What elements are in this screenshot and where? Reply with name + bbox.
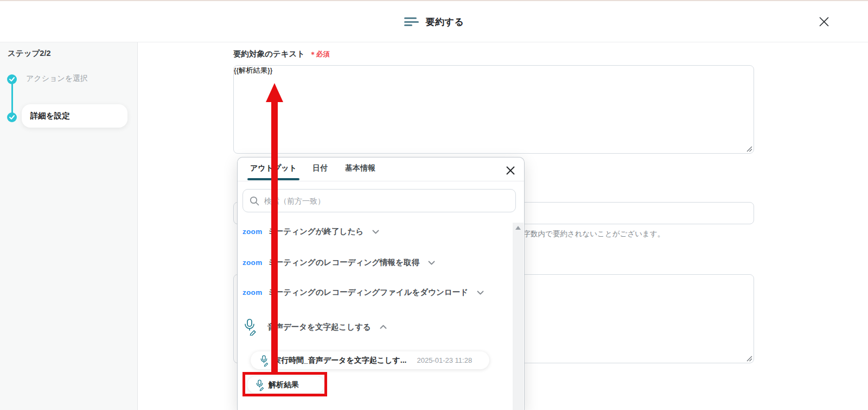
popup-tabs: アウトプット 日付 基本情報 — [238, 157, 524, 181]
summarize-icon — [404, 17, 419, 26]
summary-target-label: 要約対象のテキスト — [233, 49, 305, 59]
field-label-row: 要約対象のテキスト ＊必須 — [233, 49, 330, 59]
chevron-down-icon — [477, 291, 484, 295]
chevron-down-icon — [428, 261, 435, 265]
dialog-title-wrap: 要約する — [0, 1, 868, 42]
step-indicator: ステップ2/2 — [8, 48, 51, 59]
close-icon — [818, 16, 830, 28]
output-search-input[interactable] — [264, 197, 509, 205]
chevron-down-icon — [372, 230, 379, 234]
step-sidebar: ステップ2/2 アクションを選択 詳細を設定 — [0, 42, 138, 410]
mic-pencil-icon — [259, 355, 269, 367]
tab-outputs[interactable]: アウトプット — [250, 163, 297, 173]
popup-scrollbar[interactable] — [513, 223, 524, 410]
tab-date[interactable]: 日付 — [312, 163, 328, 173]
sidebar-step-configure-details[interactable]: 詳細を設定 — [22, 104, 127, 128]
search-icon — [250, 196, 259, 206]
output-group-label: ミーティングのレコーディング情報を取得 — [267, 257, 419, 268]
output-item-analysis-result[interactable]: 解析結果 — [247, 376, 324, 393]
close-icon — [506, 166, 515, 175]
zoom-logo: zoom — [242, 258, 260, 267]
chevron-up-icon — [380, 325, 387, 329]
output-group-recording-info[interactable]: zoom ミーティングのレコーディング情報を取得 — [242, 257, 435, 268]
resize-handle[interactable] — [746, 146, 752, 152]
output-group-transcribe-audio[interactable]: 音声データを文字起こしする — [242, 318, 387, 336]
dialog-close-button[interactable] — [818, 15, 831, 28]
summary-target-wrap: {{解析結果}} — [233, 65, 754, 154]
step-check-icon — [7, 112, 17, 122]
output-group-label: 音声データを文字起こしする — [267, 322, 371, 332]
zoom-logo: zoom — [242, 288, 260, 297]
step-connector — [11, 84, 13, 113]
active-tab-underline — [247, 178, 299, 180]
dialog-header: 要約する — [0, 1, 868, 42]
mic-pencil-icon — [255, 379, 264, 391]
output-picker-popup: アウトプット 日付 基本情報 zoom ミーティングが終了したら — [237, 157, 525, 410]
output-search-box — [242, 189, 516, 212]
output-group-label: ミーティングのレコーディングファイルをダウンロード — [267, 287, 468, 298]
output-item-timestamp: 2025-01-23 11:28 — [417, 356, 472, 364]
dialog-title: 要約する — [426, 16, 464, 28]
helper-text: 文字数内で要約されないことがございます。 — [516, 229, 665, 239]
output-group-label: ミーティングが終了したら — [267, 226, 363, 237]
step-label: 詳細を設定 — [30, 111, 70, 121]
zoom-logo: zoom — [242, 228, 260, 236]
tab-basic-info[interactable]: 基本情報 — [345, 163, 375, 173]
resize-handle[interactable] — [746, 356, 752, 362]
output-item-label: 解析結果 — [269, 380, 299, 390]
sidebar-step-select-action[interactable]: アクションを選択 — [26, 74, 88, 84]
output-item-label: 実行時間_音声データを文字起こしす... — [273, 356, 406, 365]
step-check-icon — [7, 74, 17, 84]
popup-close-button[interactable] — [506, 166, 515, 175]
output-group-recording-download[interactable]: zoom ミーティングのレコーディングファイルをダウンロード — [242, 287, 484, 298]
required-badge: ＊必須 — [309, 50, 330, 59]
output-group-meeting-ended[interactable]: zoom ミーティングが終了したら — [242, 226, 379, 237]
summarize-dialog: 要約する ステップ2/2 アクションを選択 詳細を設定 要約対象のテキスト ＊必… — [0, 0, 868, 410]
scroll-up-arrow-icon — [515, 226, 521, 230]
mic-pencil-icon — [242, 318, 260, 336]
output-item-execution-time[interactable]: 実行時間_音声データを文字起こしす... 2025-01-23 11:28 — [251, 351, 489, 369]
summary-target-textarea[interactable]: {{解析結果}} — [233, 65, 754, 154]
